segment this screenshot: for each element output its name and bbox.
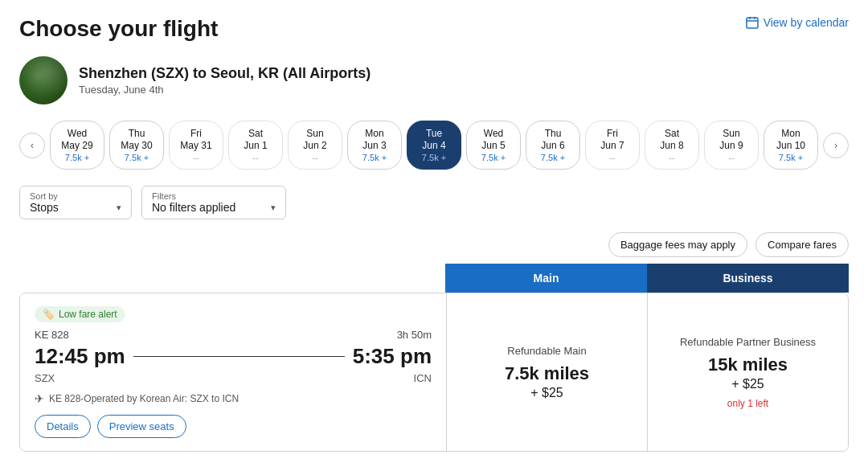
baggage-fees-button[interactable]: Baggage fees may apply <box>608 232 747 257</box>
date-date-num: Jun 7 <box>600 140 624 151</box>
page-header: Choose your flight View by calendar <box>19 16 849 42</box>
route-date: Tuesday, June 4th <box>79 84 371 96</box>
date-price: -- <box>728 153 734 162</box>
filter-value: No filters applied <box>152 201 235 214</box>
operated-by: ✈ KE 828-Operated by Korean Air: SZX to … <box>35 392 432 405</box>
main-fare-extra: + $25 <box>530 386 563 400</box>
business-fare-type: Refundable Partner Business <box>680 336 816 348</box>
tag-icon: 🏷️ <box>43 309 55 320</box>
date-day-name: Mon <box>365 128 383 139</box>
route-image <box>19 56 68 104</box>
filter-label: Filters <box>152 191 276 201</box>
date-item[interactable]: MonJun 37.5k + <box>347 121 402 170</box>
date-item[interactable]: WedJun 57.5k + <box>466 121 521 170</box>
date-price: 7.5k + <box>541 153 565 162</box>
main-column-header: Main <box>445 264 647 293</box>
sort-value: Stops <box>30 201 59 214</box>
date-date-num: Jun 4 <box>422 140 445 151</box>
date-item[interactable]: FriMay 31-- <box>169 121 223 170</box>
sort-arrow-icon: ▾ <box>117 203 121 213</box>
route-text: Shenzhen (SZX) to Seoul, KR (All Airport… <box>79 65 371 96</box>
date-price: 7.5k + <box>422 153 446 162</box>
date-price: -- <box>312 153 317 162</box>
plane-icon: ✈ <box>35 392 44 405</box>
date-item[interactable]: MonJun 107.5k + <box>764 121 818 170</box>
flight-number-row: KE 828 3h 50m <box>35 329 432 341</box>
date-date-num: Jun 6 <box>541 140 564 151</box>
svg-rect-0 <box>747 18 758 28</box>
date-price: 7.5k + <box>779 153 803 162</box>
business-fare-col[interactable]: Refundable Partner Business 15k miles + … <box>647 293 848 451</box>
date-day-name: Sat <box>248 128 263 139</box>
date-item[interactable]: SatJun 8-- <box>645 121 699 170</box>
date-date-num: Jun 9 <box>719 140 743 151</box>
date-item[interactable]: SunJun 2-- <box>288 121 342 170</box>
date-item[interactable]: ThuMay 307.5k + <box>109 121 164 170</box>
date-price: -- <box>669 153 674 162</box>
view-calendar-button[interactable]: View by calendar <box>746 16 849 29</box>
flight-line <box>133 356 345 357</box>
date-day-name: Sun <box>723 128 739 139</box>
sort-label: Sort by <box>30 191 121 201</box>
depart-time: 12:45 pm <box>35 344 125 369</box>
card-actions: Details Preview seats <box>35 415 432 438</box>
date-item[interactable]: WedMay 297.5k + <box>50 121 104 170</box>
depart-airport: SZX <box>35 372 55 384</box>
date-day-name: Thu <box>545 128 562 139</box>
date-item[interactable]: SunJun 9-- <box>704 121 759 170</box>
date-date-num: Jun 5 <box>481 140 505 151</box>
date-item[interactable]: ThuJun 67.5k + <box>526 121 580 170</box>
date-price: -- <box>609 153 615 162</box>
date-date-num: May 30 <box>121 140 152 151</box>
column-headers: Main Business <box>445 264 849 293</box>
date-date-num: Jun 8 <box>660 140 683 151</box>
only-left-note: only 1 left <box>727 398 768 409</box>
filter-bar: Sort by Stops ▾ Filters No filters appli… <box>19 186 849 219</box>
date-date-num: May 29 <box>61 140 92 151</box>
date-day-name: Sat <box>665 128 679 139</box>
date-items: WedMay 297.5k +ThuMay 307.5k +FriMay 31-… <box>48 121 820 170</box>
filter-dropdown[interactable]: Filters No filters applied ▾ <box>141 186 286 219</box>
main-fare-col[interactable]: Refundable Main 7.5k miles + $25 <box>446 293 647 451</box>
date-price: -- <box>252 153 258 162</box>
sort-value-row: Stops ▾ <box>30 201 121 214</box>
date-price: 7.5k + <box>65 153 89 162</box>
sort-dropdown[interactable]: Sort by Stops ▾ <box>19 186 132 219</box>
date-day-name: Fri <box>607 128 618 139</box>
filter-value-row: No filters applied ▾ <box>152 201 276 214</box>
compare-fares-button[interactable]: Compare fares <box>755 232 849 257</box>
carousel-next-button[interactable]: › <box>823 133 849 158</box>
date-item[interactable]: SatJun 1-- <box>228 121 283 170</box>
preview-seats-button[interactable]: Preview seats <box>97 415 186 438</box>
flight-number: KE 828 <box>35 329 69 341</box>
date-date-num: Jun 1 <box>244 140 267 151</box>
date-price: 7.5k + <box>481 153 506 162</box>
flight-duration: 3h 50m <box>397 329 432 341</box>
date-day-name: Wed <box>68 128 87 139</box>
filter-arrow-icon: ▾ <box>271 203 276 213</box>
date-day-name: Sun <box>306 128 323 139</box>
action-bar: Baggage fees may apply Compare fares <box>19 232 849 257</box>
business-fare-extra: + $25 <box>731 377 764 391</box>
low-fare-badge: 🏷️ Low fare alert <box>35 306 125 322</box>
date-date-num: May 31 <box>180 140 211 151</box>
date-item[interactable]: TueJun 47.5k + <box>407 121 461 170</box>
date-date-num: Jun 2 <box>303 140 326 151</box>
page-title: Choose your flight <box>19 16 218 42</box>
date-day-name: Tue <box>426 128 442 139</box>
carousel-prev-button[interactable]: ‹ <box>19 133 45 158</box>
calendar-icon <box>746 16 759 29</box>
route-title: Shenzhen (SZX) to Seoul, KR (All Airport… <box>79 65 371 82</box>
details-button[interactable]: Details <box>35 415 91 438</box>
date-item[interactable]: FriJun 7-- <box>585 121 640 170</box>
date-day-name: Fri <box>190 128 202 139</box>
time-row: 12:45 pm 5:35 pm <box>35 344 432 369</box>
business-column-header: Business <box>647 264 849 293</box>
airport-row: SZX ICN <box>35 372 432 384</box>
main-fare-miles: 7.5k miles <box>505 363 589 384</box>
flight-card: 🏷️ Low fare alert KE 828 3h 50m 12:45 pm… <box>19 293 849 452</box>
date-date-num: Jun 3 <box>362 140 386 151</box>
operated-text: KE 828-Operated by Korean Air: SZX to IC… <box>49 393 239 404</box>
date-day-name: Wed <box>484 128 503 139</box>
route-section: Shenzhen (SZX) to Seoul, KR (All Airport… <box>19 56 849 104</box>
